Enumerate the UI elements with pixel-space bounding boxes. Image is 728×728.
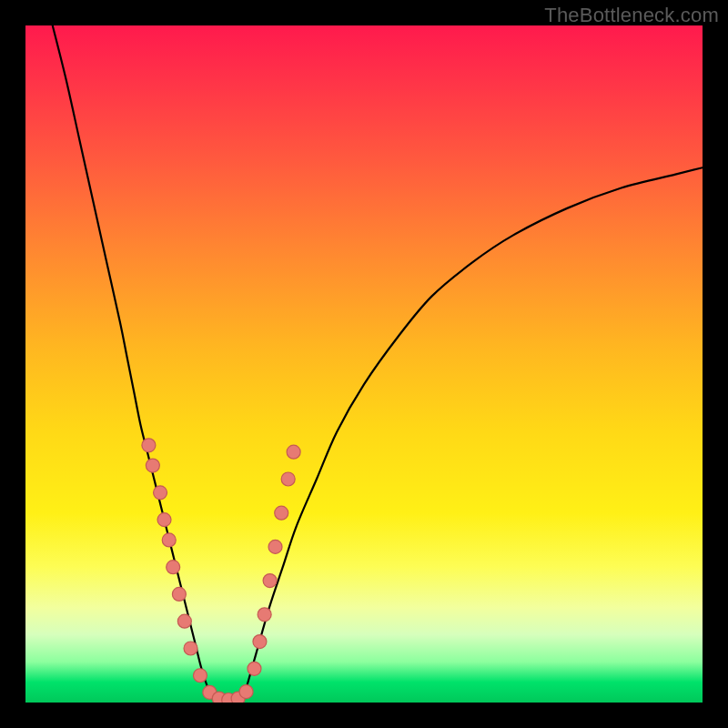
- scatter-dot: [154, 486, 167, 500]
- scatter-dot: [258, 608, 271, 622]
- scatter-dot: [157, 513, 171, 527]
- chart-plot-area: [25, 25, 703, 703]
- scatter-dot: [268, 540, 282, 553]
- scatter-dot: [167, 561, 180, 574]
- scatter-dot: [281, 472, 295, 486]
- chart-svg: [25, 25, 703, 703]
- scatter-dot: [146, 459, 159, 472]
- scatter-dot: [142, 439, 156, 452]
- scatter-dot: [248, 662, 261, 675]
- scatter-dot: [239, 685, 253, 699]
- scatter-dot: [263, 574, 277, 588]
- curve-left: [53, 25, 216, 703]
- scatter-dot: [177, 614, 191, 628]
- scatter-dot: [172, 587, 186, 601]
- scatter-dot: [275, 506, 288, 520]
- watermark-text: TheBottleneck.com: [544, 4, 719, 27]
- scatter-dots: [142, 439, 300, 703]
- chart-frame: TheBottleneck.com: [0, 0, 728, 728]
- curve-right: [242, 167, 703, 703]
- scatter-dot: [253, 635, 267, 649]
- scatter-dot: [287, 445, 300, 459]
- scatter-dot: [193, 669, 207, 682]
- scatter-dot: [184, 642, 197, 655]
- scatter-dot: [162, 533, 176, 547]
